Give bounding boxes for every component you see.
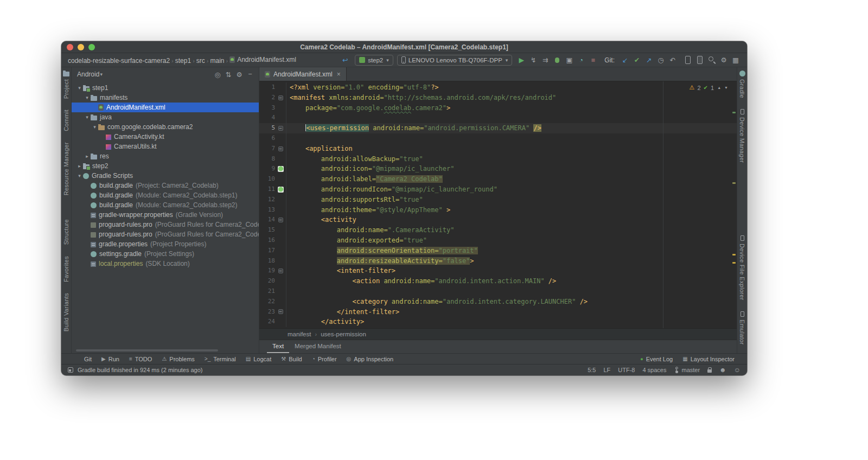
- feedback-smiley-icon[interactable]: ☺: [734, 366, 741, 374]
- previous-issue-icon[interactable]: ▲: [717, 86, 721, 90]
- tool-window-tab-device-manager[interactable]: Device Manager: [739, 109, 745, 163]
- code-line[interactable]: 7− <application: [259, 144, 737, 154]
- layout-windows-icon[interactable]: ▦: [730, 55, 742, 66]
- code-line[interactable]: 13 android:theme="@style/AppTheme" >: [259, 205, 737, 215]
- xml-breadcrumb-item[interactable]: manifest: [288, 331, 311, 337]
- tool-window-tab-resource-manager[interactable]: Resource Manager: [63, 142, 69, 195]
- xml-breadcrumb-item[interactable]: uses-permission: [321, 331, 366, 337]
- typo-stripe-mark[interactable]: [732, 112, 736, 113]
- fold-icon[interactable]: −: [278, 95, 283, 100]
- tree-item[interactable]: local.properties(SDK Location): [72, 259, 259, 269]
- tree-item[interactable]: AndroidManifest.xml: [72, 103, 259, 112]
- tree-item[interactable]: ▾manifests: [72, 93, 259, 103]
- tool-window-tab-commit[interactable]: Commit: [63, 110, 69, 131]
- tree-item[interactable]: build.gradle(Project: Camera2_Codelab): [72, 181, 259, 190]
- tree-toggle-icon[interactable]: ▾: [84, 95, 91, 100]
- device-manager-icon[interactable]: [682, 55, 694, 66]
- todo-button[interactable]: ≡TODO: [124, 356, 157, 362]
- code-line[interactable]: 23− </intent-filter>: [259, 307, 737, 317]
- push-icon[interactable]: ↗: [643, 55, 655, 66]
- profiler-button[interactable]: ◔Profiler: [307, 356, 342, 362]
- code-editor[interactable]: 1<?xml version="1.0" encoding="utf-8"?>2…: [259, 81, 737, 328]
- fold-icon[interactable]: −: [278, 146, 283, 151]
- lock-icon[interactable]: [707, 369, 712, 373]
- code-line[interactable]: 15 android:name=".CameraActivity": [259, 225, 737, 235]
- code-line[interactable]: 18 android:resizeableActivity="false">: [259, 256, 737, 266]
- fold-icon[interactable]: −: [278, 269, 283, 273]
- code-line[interactable]: 20 <action android:name="android.intent.…: [259, 276, 737, 286]
- fold-icon[interactable]: −: [278, 218, 283, 222]
- image-preview-icon[interactable]: [278, 166, 284, 172]
- tree-item[interactable]: proguard-rules.pro(ProGuard Rules for Ca…: [72, 220, 259, 229]
- rollback-icon[interactable]: ↶: [667, 55, 679, 66]
- breadcrumb-item[interactable]: src: [195, 57, 206, 65]
- code-line[interactable]: 21: [259, 286, 737, 297]
- line-ending[interactable]: LF: [603, 367, 610, 373]
- caret-position[interactable]: 5:5: [588, 367, 596, 373]
- tree-item[interactable]: build.gradle(Module: Camera2_Codelab.ste…: [72, 190, 259, 200]
- tab-merged-manifest[interactable]: Merged Manifest: [289, 340, 347, 353]
- event-log-button[interactable]: ●Event Log: [635, 356, 678, 362]
- tree-item[interactable]: ▾Gradle Scripts: [72, 171, 259, 181]
- next-issue-icon[interactable]: ▼: [724, 86, 728, 90]
- tree-item[interactable]: CameraActivity.kt: [72, 132, 259, 142]
- code-line[interactable]: 19− <intent-filter>: [259, 266, 737, 276]
- debug-icon[interactable]: [551, 55, 563, 66]
- tree-item[interactable]: proguard-rules.pro(ProGuard Rules for Ca…: [72, 229, 259, 239]
- breadcrumb-item[interactable]: main: [209, 57, 225, 65]
- tool-window-tab-build-variants[interactable]: Build Variants: [63, 293, 69, 331]
- code-line[interactable]: 3 package="com.google.codelab.camera2">: [259, 103, 737, 113]
- hide-panel-icon[interactable]: −: [245, 69, 256, 80]
- terminal-button[interactable]: >_Terminal: [200, 356, 241, 362]
- device-selector[interactable]: LENOVO Lenovo TB-Q706F-DPP ▾: [397, 55, 513, 66]
- inspections-widget[interactable]: ⚠ 2 ✔ 1 ▲ ▼: [690, 84, 728, 91]
- tree-item[interactable]: gradle.properties(Project Properties): [72, 239, 259, 249]
- apply-changes-icon[interactable]: ↯: [527, 55, 539, 66]
- update-project-icon[interactable]: ↙: [619, 55, 631, 66]
- coverage-icon[interactable]: ▣: [563, 55, 575, 66]
- close-window-button[interactable]: [67, 44, 73, 50]
- search-icon[interactable]: [706, 55, 718, 66]
- breadcrumb-file[interactable]: AndroidManifest.xml: [228, 56, 297, 63]
- code-line[interactable]: 24 </activity>: [259, 317, 737, 327]
- tree-item[interactable]: build.gradle(Module: Camera2_Codelab.ste…: [72, 200, 259, 210]
- tree-toggle-icon[interactable]: ▾: [91, 124, 98, 130]
- file-encoding[interactable]: UTF-8: [618, 367, 635, 373]
- tree-item[interactable]: ▸step2: [72, 161, 259, 171]
- notifications-face-icon[interactable]: ☻: [719, 366, 726, 374]
- code-line[interactable]: 22 <category android:name="android.inten…: [259, 297, 737, 307]
- tree-item[interactable]: ▸res: [72, 151, 259, 161]
- warning-stripe-mark[interactable]: [732, 262, 736, 264]
- tool-window-tab-project[interactable]: Project: [63, 71, 69, 99]
- code-line[interactable]: 6: [259, 133, 737, 144]
- indent-setting[interactable]: 4 spaces: [642, 367, 666, 373]
- tab-text[interactable]: Text: [267, 340, 289, 353]
- image-preview-icon[interactable]: [278, 187, 284, 193]
- zoom-window-button[interactable]: [88, 44, 95, 50]
- warning-stripe-mark[interactable]: [732, 182, 736, 184]
- code-line[interactable]: 9 android:icon="@mipmap/ic_launcher": [259, 164, 737, 174]
- tool-window-tab-gradle[interactable]: Gradle: [739, 71, 745, 98]
- code-line[interactable]: 17 android:screenOrientation="portrait": [259, 246, 737, 256]
- tree-item[interactable]: CameraUtils.kt: [72, 142, 259, 151]
- editor-tab-androidmanifest[interactable]: AndroidManifest.xml ×: [259, 67, 347, 81]
- code-line[interactable]: 4: [259, 113, 737, 123]
- breadcrumb-item[interactable]: codelab-resizable-surface-camera2: [67, 57, 171, 65]
- code-line[interactable]: 14− <activity: [259, 215, 737, 225]
- logcat-button[interactable]: ▤Logcat: [241, 356, 276, 362]
- build-button[interactable]: ⚒Build: [276, 356, 307, 362]
- fold-icon[interactable]: −: [278, 309, 283, 314]
- code-line[interactable]: 1<?xml version="1.0" encoding="utf-8"?>: [259, 82, 737, 93]
- tree-item[interactable]: ▾step1: [72, 83, 259, 93]
- close-tab-icon[interactable]: ×: [337, 71, 341, 78]
- history-icon[interactable]: ◷: [655, 55, 667, 66]
- profile-icon[interactable]: ◔: [575, 55, 587, 66]
- code-line[interactable]: 16 android:exported="true": [259, 235, 737, 246]
- apply-code-changes-icon[interactable]: ⇉: [539, 55, 551, 66]
- code-line[interactable]: 8 android:allowBackup="true": [259, 154, 737, 164]
- horizontal-scrollbar[interactable]: [76, 349, 218, 352]
- navigate-back-icon[interactable]: ↩: [339, 55, 351, 66]
- code-line[interactable]: 12 android:supportsRtl="true": [259, 195, 737, 205]
- tool-window-tab-favorites[interactable]: Favorites: [63, 256, 69, 282]
- fold-icon[interactable]: −: [278, 126, 283, 131]
